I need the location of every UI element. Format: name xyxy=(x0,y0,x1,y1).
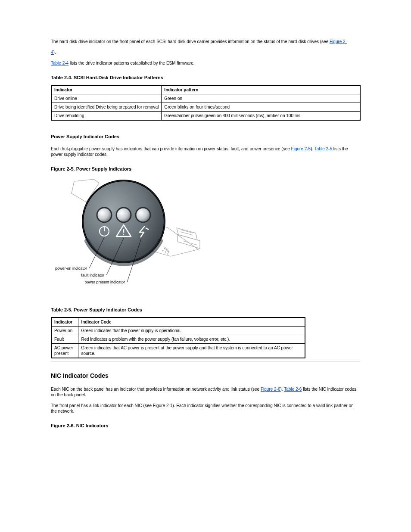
section-power-supply-title: Power Supply Indicator Codes xyxy=(51,134,360,140)
table-row: Indicator Indicator Code xyxy=(51,317,305,327)
intro-text-2: lists the drive indicator patterns estab… xyxy=(68,61,194,65)
cell-green-on: Green on xyxy=(162,94,360,103)
cell-drive-identified: Drive being identified Drive being prepa… xyxy=(51,103,162,112)
svg-point-7 xyxy=(97,208,112,222)
table-row: Fault Red indicates a problem with the p… xyxy=(51,335,305,344)
cell-drive-online: Drive online xyxy=(51,94,162,103)
table-2-5: Indicator Indicator Code Power on Green … xyxy=(51,317,305,358)
svg-point-0 xyxy=(164,248,165,249)
svg-point-13 xyxy=(123,234,125,235)
link-figure-2-4[interactable]: Figure 2- xyxy=(330,39,347,44)
nic-paragraph-2: The front panel has a link indicator for… xyxy=(51,403,360,414)
table-row: Power on Green indicates that the power … xyxy=(51,327,305,335)
table-2-5-caption: Table 2-5. Power Supply Indicator Codes xyxy=(51,307,360,313)
svg-point-1 xyxy=(166,249,167,250)
table-header-pattern: Indicator pattern xyxy=(162,85,360,94)
ps-paragraph: Each hot-pluggable power supply has indi… xyxy=(51,146,360,157)
intro-paragraph-2: Table 2-4 lists the drive indicator patt… xyxy=(51,60,360,66)
section-nic-title: NIC Indicator Codes xyxy=(51,372,360,380)
cell-ac-present-desc: Green indicates that AC power is present… xyxy=(78,344,305,358)
cell-fault: Fault xyxy=(51,335,78,344)
svg-point-8 xyxy=(116,208,131,222)
power-supply-figure-svg: power-on indicator fault indicator power… xyxy=(48,176,208,297)
table-row: AC power present Green indicates that AC… xyxy=(51,344,305,358)
label-power-on: power-on indicator xyxy=(55,266,87,271)
table-row: Drive rebuilding Green/amber pulses gree… xyxy=(51,112,360,121)
intro-text: The hard-disk drive indicator on the fro… xyxy=(51,39,330,44)
cell-pulses: Green/amber pulses green on 400 millisec… xyxy=(162,112,360,121)
figure-2-5-caption: Figure 2-5. Power Supply Indicators xyxy=(51,166,360,172)
table-header-code: Indicator Code xyxy=(78,317,305,327)
document-page: The hard-disk drive indicator on the fro… xyxy=(0,0,411,459)
svg-point-3 xyxy=(165,252,166,252)
table-2-4-caption: Table 2-4. SCSI Hard-Disk Drive Indicato… xyxy=(51,75,360,81)
figure-2-6-caption: Figure 2-6. NIC Indicators xyxy=(51,423,360,429)
table-row: Drive being identified Drive being prepa… xyxy=(51,103,360,112)
intro-paragraph-1b: 4). xyxy=(51,50,360,55)
link-table-2-4[interactable]: Table 2-4 xyxy=(51,61,68,65)
figure-2-5: power-on indicator fault indicator power… xyxy=(48,176,360,298)
link-figure-2-5[interactable]: Figure 2-5 xyxy=(291,146,311,151)
table-header-indicator: Indicator xyxy=(51,85,162,94)
table-row: Drive online Green on xyxy=(51,94,360,103)
nic-paragraph-1: Each NIC on the back panel has an indica… xyxy=(51,386,360,398)
nic-text-a: Each NIC on the back panel has an indica… xyxy=(51,387,261,392)
table-header-indicator-2: Indicator xyxy=(51,317,78,327)
label-power-present: power present indicator xyxy=(84,280,125,284)
label-fault: fault indicator xyxy=(81,273,104,277)
svg-point-2 xyxy=(168,251,168,252)
cell-blinks: Green blinks on four times/second xyxy=(162,103,360,112)
table-2-4: Indicator Indicator pattern Drive online… xyxy=(51,85,361,121)
cell-ac-present: AC power present xyxy=(51,344,78,358)
link-table-2-6[interactable]: Table 2-6 xyxy=(284,387,302,392)
link-figure-2-6[interactable]: Figure 2-6 xyxy=(261,387,280,392)
cell-fault-desc: Red indicates a problem with the power s… xyxy=(78,335,305,344)
section-divider xyxy=(51,361,360,361)
svg-point-9 xyxy=(136,208,150,222)
cell-drive-rebuilding: Drive rebuilding xyxy=(51,112,162,121)
intro-text-b: ). xyxy=(53,50,56,55)
cell-power-on: Power on xyxy=(51,327,78,335)
svg-point-4 xyxy=(162,250,163,251)
ps-text-a: Each hot-pluggable power supply has indi… xyxy=(51,146,291,151)
link-table-2-5[interactable]: Table 2-5 xyxy=(314,146,332,151)
table-row: Indicator Indicator pattern xyxy=(51,85,360,94)
ps-text-b: ). xyxy=(311,146,314,151)
cell-power-on-desc: Green indicates that the power supply is… xyxy=(78,327,305,335)
intro-paragraph-1: The hard-disk drive indicator on the fro… xyxy=(51,39,360,44)
nic-text-b: ). xyxy=(280,387,284,392)
